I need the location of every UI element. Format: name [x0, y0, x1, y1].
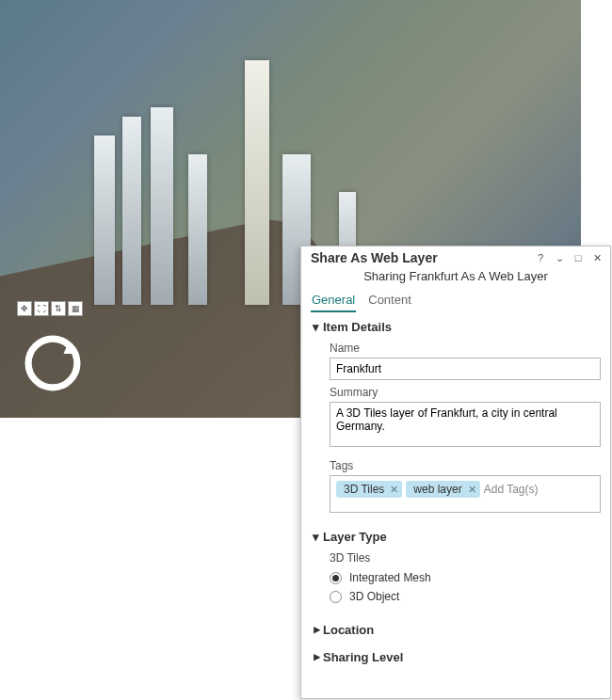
- location-label: Location: [323, 623, 374, 637]
- panel-title: Share As Web Layer: [311, 250, 529, 265]
- compass-widget[interactable]: [19, 329, 87, 397]
- section-layer-type: ▾ Layer Type 3D Tiles Integrated Mesh 3D…: [301, 522, 610, 615]
- sharing-level-header[interactable]: ▾ Sharing Level: [313, 648, 601, 666]
- item-details-label: Item Details: [323, 320, 392, 334]
- radio-integrated-mesh[interactable]: Integrated Mesh: [330, 568, 601, 587]
- menu-icon[interactable]: ⌄: [552, 250, 567, 265]
- close-icon[interactable]: ✕: [589, 250, 604, 265]
- radio-icon: [330, 591, 342, 603]
- tags-label: Tags: [330, 459, 601, 472]
- radio-label: 3D Object: [349, 590, 399, 603]
- svg-point-0: [28, 339, 77, 388]
- chevron-right-icon: ▾: [309, 627, 323, 633]
- tab-bar: General Content: [301, 291, 610, 312]
- panel-subtitle: Sharing Frankfurt As A Web Layer: [301, 267, 610, 291]
- item-details-header[interactable]: ▾ Item Details: [313, 318, 601, 336]
- layer-subtype-label: 3D Tiles: [330, 549, 601, 568]
- tag-text: 3D Tiles: [344, 483, 384, 496]
- tag-text: web layer: [413, 483, 461, 496]
- tags-placeholder: Add Tag(s): [484, 483, 539, 496]
- name-label: Name: [330, 342, 601, 355]
- chevron-down-icon: ▾: [313, 530, 319, 544]
- nav-extent-icon[interactable]: ⛶: [34, 301, 49, 316]
- tab-general[interactable]: General: [311, 291, 356, 312]
- name-input[interactable]: [330, 358, 601, 380]
- nav-tool-group: ✥ ⛶ ⇅ ▦: [17, 301, 83, 316]
- layer-type-header[interactable]: ▾ Layer Type: [313, 528, 601, 546]
- tag-chip[interactable]: 3D Tiles ✕: [336, 481, 402, 498]
- tags-input[interactable]: 3D Tiles ✕ web layer ✕ Add Tag(s): [330, 475, 601, 513]
- summary-label: Summary: [330, 386, 601, 399]
- nav-grid-icon[interactable]: ▦: [68, 301, 83, 316]
- section-location: ▾ Location: [301, 615, 610, 643]
- layer-type-label: Layer Type: [323, 530, 387, 544]
- chevron-right-icon: ▾: [309, 654, 323, 660]
- radio-icon: [330, 572, 342, 584]
- section-item-details: ▾ Item Details Name Summary Tags 3D Tile…: [301, 312, 610, 522]
- sharing-level-label: Sharing Level: [323, 650, 403, 664]
- chevron-down-icon: ▾: [313, 320, 319, 334]
- location-header[interactable]: ▾ Location: [313, 621, 601, 639]
- tag-remove-icon[interactable]: ✕: [468, 484, 476, 496]
- share-web-layer-panel: Share As Web Layer ? ⌄ □ ✕ Sharing Frank…: [300, 246, 611, 699]
- radio-3d-object[interactable]: 3D Object: [330, 587, 601, 606]
- nav-walk-icon[interactable]: ⇅: [51, 301, 66, 316]
- maximize-icon[interactable]: □: [571, 250, 586, 265]
- radio-label: Integrated Mesh: [349, 571, 431, 584]
- section-sharing-level: ▾ Sharing Level: [301, 643, 610, 670]
- panel-titlebar: Share As Web Layer ? ⌄ □ ✕: [301, 247, 610, 267]
- tag-chip[interactable]: web layer ✕: [406, 481, 479, 498]
- help-icon[interactable]: ?: [533, 250, 548, 265]
- tab-content[interactable]: Content: [367, 291, 412, 312]
- tag-remove-icon[interactable]: ✕: [390, 484, 398, 496]
- nav-pan-icon[interactable]: ✥: [17, 301, 32, 316]
- summary-input[interactable]: [330, 402, 601, 447]
